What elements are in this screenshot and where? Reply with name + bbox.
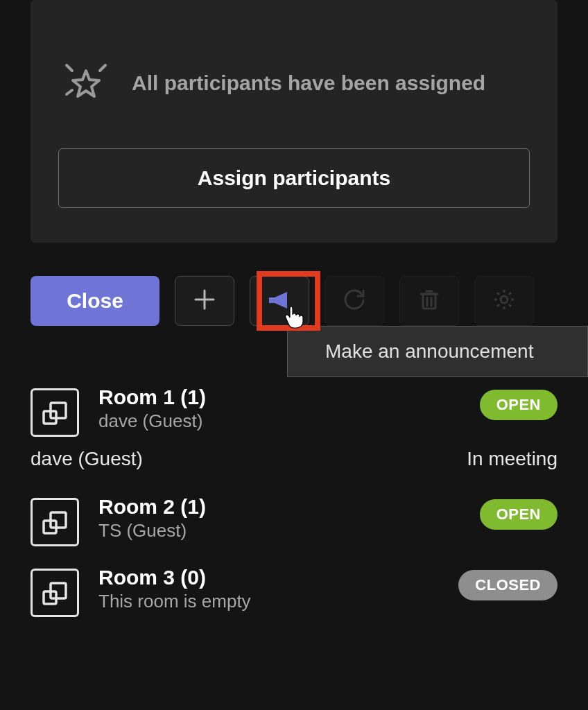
participant-status: In meeting [467,448,557,470]
gear-icon [492,288,516,314]
room-header[interactable]: Room 2 (1) TS (Guest) OPEN [31,495,557,546]
room-header[interactable]: Room 3 (0) This room is empty CLOSED [31,566,557,617]
megaphone-icon [266,288,293,314]
rooms-list: Room 1 (1) dave (Guest) OPEN dave (Guest… [31,386,557,637]
svg-line-0 [67,65,72,71]
assign-panel: All participants have been assigned Assi… [31,0,557,243]
svg-point-10 [501,296,508,303]
refresh-icon [343,288,366,314]
tooltip-text: Make an announcement [325,340,533,363]
participant-name: dave (Guest) [31,448,143,470]
participant-row[interactable]: dave (Guest) In meeting [31,448,557,470]
assign-status-row: All participants have been assigned [31,57,557,110]
close-button[interactable]: Close [31,276,159,326]
room-title: Room 3 (0) [98,566,439,589]
room-subtitle: This room is empty [98,591,439,612]
svg-rect-5 [423,294,435,309]
room-subtitle: TS (Guest) [98,520,460,542]
room-item: Room 3 (0) This room is empty CLOSED [31,566,557,617]
room-status-badge: OPEN [480,499,557,530]
room-header[interactable]: Room 1 (1) dave (Guest) OPEN [31,386,557,437]
room-subtitle: dave (Guest) [98,410,460,432]
delete-rooms-button[interactable] [399,276,459,326]
assign-participants-button[interactable]: Assign participants [58,148,530,208]
room-item: Room 2 (1) TS (Guest) OPEN [31,495,557,546]
sparkle-star-icon [60,57,112,110]
rooms-settings-button[interactable] [474,276,534,326]
trash-icon [419,288,440,314]
room-title: Room 2 (1) [98,495,460,519]
room-title: Room 1 (1) [98,386,460,409]
svg-line-2 [67,90,72,94]
plus-icon [193,288,216,314]
rooms-toolbar: Close [31,276,534,326]
room-icon [31,569,79,617]
room-status-badge: CLOSED [458,570,557,600]
room-status-badge: OPEN [480,390,557,420]
announcement-button[interactable] [250,276,309,326]
announcement-tooltip: Make an announcement [287,326,588,377]
room-item: Room 1 (1) dave (Guest) OPEN dave (Guest… [31,386,557,470]
recreate-rooms-button[interactable] [325,276,384,326]
svg-line-1 [100,65,105,71]
room-icon [31,498,79,546]
room-icon [31,388,79,437]
assign-status-message: All participants have been assigned [132,71,485,95]
add-room-button[interactable] [175,276,234,326]
